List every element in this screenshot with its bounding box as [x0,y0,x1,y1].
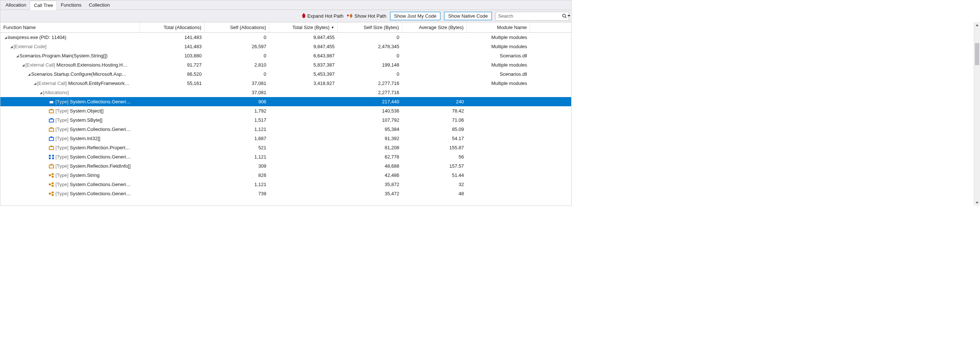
flame-arrow-icon [347,13,353,19]
self-size-cell: 107,792 [337,117,402,123]
table-row[interactable]: [Type] System.Reflection.Propert…52181,2… [0,143,571,152]
svg-rect-34 [52,185,54,187]
self-allocations-cell: 37,081 [205,90,269,95]
table-row[interactable]: [Type] System.Reflection.FieldInfo[]3094… [0,161,571,171]
tab-functions[interactable]: Functions [57,1,85,9]
function-name-cell: [Type] System.Reflection.FieldInfo[] [0,163,140,169]
tab-call-tree[interactable]: Call Tree [30,1,57,10]
function-name-cell: ◢[External Call] Microsoft.Extensions.Ho… [0,62,140,68]
expand-hot-path-link[interactable]: Expand Hot Path [302,13,344,19]
expander-open-icon[interactable]: ◢ [27,72,31,76]
function-name-cell: ◢[External Call] Microsoft.EntityFramewo… [0,80,140,86]
box-orange-icon [49,109,54,113]
expander-open-icon[interactable]: ◢ [33,81,37,85]
svg-rect-25 [49,166,53,168]
total-allocations-cell: 141,483 [140,44,205,49]
column-header-1[interactable]: Total (Allocations) [140,22,205,32]
svg-rect-18 [49,147,53,149]
self-size-cell: 48,688 [337,163,402,169]
table-row[interactable]: [Type] System.Collections.Generi…73935,4… [0,189,571,198]
table-row[interactable]: ◢[Allocations]37,0812,277,716 [0,88,571,97]
tab-collection[interactable]: Collection [85,1,113,9]
column-label: Average Size (Bytes) [419,25,463,30]
toolbar: Expand Hot Path Show Hot Path Show Just … [0,10,571,22]
expander-open-icon[interactable]: ◢ [9,45,14,48]
function-name-label: [External Code] [14,44,47,49]
expander-open-icon[interactable]: ◢ [3,36,8,39]
table-row[interactable]: [Type] System.Collections.Generi…1,12195… [0,125,571,134]
self-size-cell: 0 [337,35,402,40]
table-row[interactable]: [Type] System.String82642,48651.44 [0,171,571,180]
box-orange-icon [49,127,54,132]
tab-allocation[interactable]: Allocation [2,1,30,9]
self-size-cell: 95,384 [337,126,402,132]
self-allocations-cell: 739 [205,191,269,196]
self-allocations-cell: 826 [205,173,269,178]
column-header-0[interactable]: Function Name [0,22,140,32]
function-name-label: [Type] System.String [56,173,100,178]
show-native-code-button[interactable]: Show Native Code [444,12,492,20]
self-allocations-cell: 1,792 [205,108,269,113]
table-row[interactable]: [Type] System.Collections.Generi…906217,… [0,97,571,106]
function-name-label: [Type] System.SByte[] [56,117,102,123]
column-header-5[interactable]: Average Size (Bytes) [402,22,467,32]
show-just-my-code-button[interactable]: Show Just My Code [390,12,441,20]
svg-rect-12 [49,129,53,131]
show-hot-path-link[interactable]: Show Hot Path [347,13,387,19]
box-orange-icon [49,145,54,150]
self-allocations-cell: 0 [205,35,269,40]
function-name-cell: [Type] System.Int32[] [0,136,140,141]
box-blue-icon [49,100,54,104]
table-row[interactable]: ◢[External Call] Microsoft.Extensions.Ho… [0,60,571,70]
table-row[interactable]: [Type] System.Int32[]1,68791,39254.17 [0,134,571,143]
search-icon[interactable] [562,14,567,19]
average-size-cell: 56 [402,154,467,160]
class-orange-icon [49,182,54,187]
expander-open-icon[interactable]: ◢ [21,63,25,67]
self-allocations-cell: 521 [205,145,269,150]
table-row[interactable]: [Type] System.SByte[]1,517107,79271.06 [0,115,571,125]
box-orange-icon [49,164,54,168]
function-name-cell: ◢Scenarios.Program.Main(System.String[]) [0,53,140,59]
column-header-4[interactable]: Self Size (Bytes) [337,22,402,32]
total-allocations-cell: 91,727 [140,62,205,68]
function-name-cell: [Type] System.Collections.Generi… [0,182,140,187]
table-row[interactable]: [Type] System.Collections.Generi…1,12135… [0,180,571,189]
table-row[interactable]: [Type] System.Collections.Generi…1,12162… [0,152,571,161]
expander-open-icon[interactable]: ◢ [38,91,43,94]
function-name-cell: [Type] System.Collections.Generi… [0,191,140,196]
self-allocations-cell: 0 [205,71,269,77]
svg-rect-3 [49,101,53,103]
table-row[interactable]: ◢[External Call] Microsoft.EntityFramewo… [0,79,571,88]
svg-rect-9 [49,120,53,122]
column-label: Total (Allocations) [164,25,201,30]
expander-open-icon[interactable]: ◢ [15,54,19,58]
self-size-cell: 2,277,716 [337,90,402,95]
total-allocations-cell: 55,161 [140,80,205,86]
self-allocations-cell: 1,121 [205,126,269,132]
table-row[interactable]: ◢Scenarios.Startup.Configure(Microsoft.A… [0,70,571,79]
module-name-cell: Multiple modules [467,80,530,86]
module-name-cell: Multiple modules [467,35,530,40]
svg-rect-20 [49,155,51,157]
table-row[interactable]: [Type] System.Object[]1,792140,53678.42 [0,106,571,115]
column-header-6[interactable]: Module Name [467,22,530,32]
self-allocations-cell: 0 [205,53,269,59]
column-header-2[interactable]: Self (Allocations) [205,22,269,32]
column-headers: Function NameTotal (Allocations)Self (Al… [0,22,571,33]
column-header-3[interactable]: Total Size (Bytes)▼ [269,22,337,32]
svg-rect-29 [52,176,54,177]
svg-rect-19 [50,145,52,147]
self-allocations-cell: 37,081 [205,80,269,86]
search-input[interactable] [496,13,562,19]
function-name-cell: [Type] System.String [0,173,140,178]
table-row[interactable]: ◢iisexpress.exe (PID: 11404)141,48309,84… [0,33,571,42]
table-row[interactable]: ◢[External Code]141,48326,5979,847,4552,… [0,42,571,51]
self-size-cell: 0 [337,53,402,59]
search-dropdown-icon[interactable] [567,15,570,17]
box-blue-icon [49,118,54,123]
function-name-label: [Type] System.Collections.Generi… [56,182,131,187]
svg-rect-33 [52,182,54,184]
table-row[interactable]: ◢Scenarios.Program.Main(System.String[])… [0,51,571,60]
total-allocations-cell: 103,880 [140,53,205,59]
